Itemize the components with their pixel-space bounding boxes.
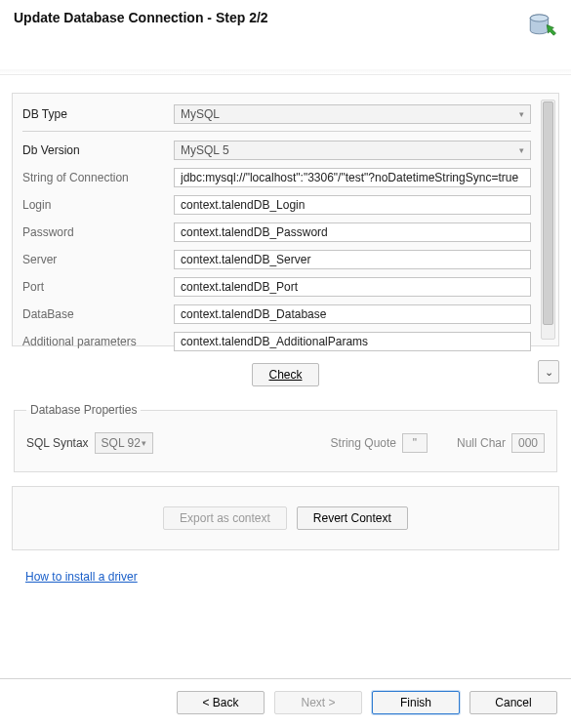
divider <box>22 131 531 132</box>
revert-context-button[interactable]: Revert Context <box>297 506 408 530</box>
connection-string-label: String of Connection <box>22 171 174 184</box>
db-version-label: Db Version <box>22 143 174 157</box>
login-label: Login <box>22 198 174 212</box>
db-version-select[interactable]: MySQL 5 ▾ <box>174 141 531 160</box>
string-quote-input[interactable] <box>402 433 428 453</box>
sql-syntax-value: SQL 92 <box>102 436 141 450</box>
additional-params-input[interactable] <box>174 332 531 351</box>
check-button[interactable]: Check <box>252 363 318 386</box>
export-as-context-button: Export as context <box>163 506 287 530</box>
caret-down-icon: ▾ <box>142 438 146 448</box>
db-type-value: MySQL <box>181 107 220 121</box>
db-type-select[interactable]: MySQL ▾ <box>174 104 531 124</box>
database-properties-legend: Database Properties <box>26 403 141 417</box>
expand-details-button[interactable]: ⌄ <box>538 360 559 384</box>
page-title: Update Database Connection - Step 2/2 <box>14 10 268 25</box>
wizard-footer: < Back Next > Finish Cancel <box>0 678 571 728</box>
null-char-input[interactable] <box>511 433 545 453</box>
sql-syntax-select[interactable]: SQL 92 ▾ <box>95 432 153 454</box>
connection-settings-panel: DB Type MySQL ▾ Db Version MySQL 5 ▾ <box>12 93 559 346</box>
password-input[interactable] <box>174 222 531 242</box>
additional-params-label: Additional parameters <box>22 335 174 348</box>
string-quote-label: String Quote <box>331 436 396 450</box>
database-properties-group: Database Properties SQL Syntax SQL 92 ▾ … <box>14 403 557 472</box>
login-input[interactable] <box>174 195 531 215</box>
server-input[interactable] <box>174 250 531 269</box>
server-label: Server <box>22 253 174 266</box>
scrollbar-thumb[interactable] <box>543 101 553 325</box>
database-input[interactable] <box>174 304 531 324</box>
db-version-value: MySQL 5 <box>181 143 229 157</box>
context-actions-panel: Export as context Revert Context <box>12 486 559 550</box>
cancel-button[interactable]: Cancel <box>469 691 557 714</box>
port-label: Port <box>22 280 174 294</box>
connection-string-input[interactable] <box>174 168 531 187</box>
next-button: Next > <box>274 691 362 714</box>
null-char-label: Null Char <box>457 436 506 450</box>
database-label: DataBase <box>22 307 174 321</box>
password-label: Password <box>22 225 174 239</box>
sql-syntax-label: SQL Syntax <box>26 436 89 450</box>
database-icon <box>526 10 559 46</box>
caret-down-icon: ▾ <box>519 145 524 155</box>
svg-point-1 <box>530 15 548 21</box>
check-button-label: Check <box>268 368 302 382</box>
db-type-label: DB Type <box>22 107 174 121</box>
scrollbar-vertical[interactable] <box>541 100 555 340</box>
back-button[interactable]: < Back <box>177 691 265 714</box>
finish-button[interactable]: Finish <box>372 691 460 714</box>
port-input[interactable] <box>174 277 531 297</box>
install-driver-link[interactable]: How to install a driver <box>25 570 138 584</box>
caret-down-icon: ▾ <box>519 109 524 119</box>
